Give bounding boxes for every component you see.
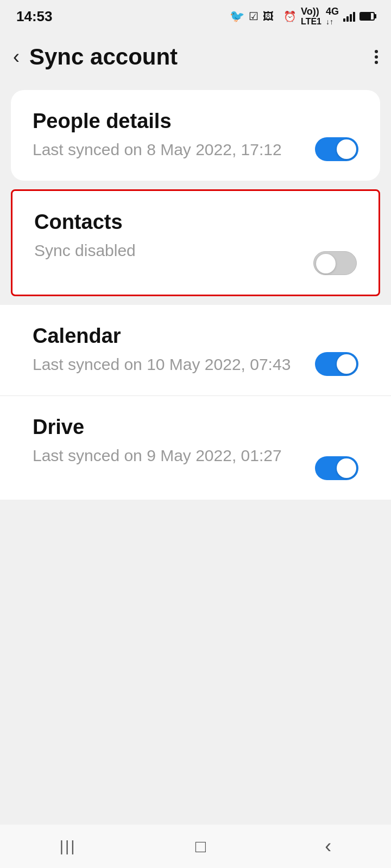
sync-item-subtitle: Last synced on 10 May 2022, 07:43 [33,353,358,376]
sync-item-title: People details [33,110,358,133]
status-bar: 14:53 🐦 ☑ 🖼 ⏰ Vo))LTE1 4G↓↑ [0,0,391,33]
content-area: People details Last synced on 8 May 2022… [0,90,391,554]
sync-item-subtitle: Last synced on 9 May 2022, 01:27 [33,444,358,467]
back-button[interactable]: ‹ [13,47,20,67]
back-nav-button[interactable]: ‹ [325,835,331,858]
toggle-contacts[interactable] [313,251,357,275]
sync-item-title: Drive [33,416,358,439]
volte-icon: Vo))LTE1 [301,7,321,26]
status-icons: 🐦 ☑ 🖼 ⏰ Vo))LTE1 4G↓↑ [230,7,375,26]
twitter-icon: 🐦 [230,9,244,23]
sync-item-title: Contacts [34,210,357,234]
navigation-bar: ||| □ ‹ [0,825,391,868]
home-button[interactable]: □ [195,837,206,857]
more-button[interactable] [375,50,378,64]
battery-icon [360,12,375,21]
sync-item-contacts[interactable]: Contacts Sync disabled [11,189,380,296]
sync-item-title: Calendar [33,324,358,348]
toggle-thumb [337,458,356,478]
toggle-calendar[interactable] [315,352,358,376]
image-icon: 🖼 [263,10,274,23]
dot3 [375,61,378,64]
signal-bars [343,11,355,22]
sync-item-drive[interactable]: Drive Last synced on 9 May 2022, 01:27 [0,396,391,500]
back-nav-icon: ‹ [325,835,331,858]
check-icon: ☑ [249,10,258,23]
page-title: Sync account [29,44,178,70]
alarm-icon: ⏰ [283,10,297,23]
toggle-drive[interactable] [315,456,358,480]
sync-item-people-details[interactable]: People details Last synced on 8 May 2022… [11,90,380,181]
sync-item-calendar[interactable]: Calendar Last synced on 10 May 2022, 07:… [0,305,391,396]
toggle-people-details[interactable] [315,137,358,161]
toggle-container [315,137,358,161]
toggle-container [315,456,358,480]
recents-icon: ||| [60,838,77,855]
toggle-thumb [337,354,356,374]
toggle-thumb [337,139,356,159]
4g-icon: 4G↓↑ [326,7,339,26]
toggle-thumb [316,254,336,273]
dot2 [375,55,378,59]
status-time: 14:53 [16,8,53,25]
flat-section: Calendar Last synced on 10 May 2022, 07:… [0,305,391,500]
sync-item-subtitle: Sync disabled [34,239,357,262]
top-navigation: ‹ Sync account [0,33,391,81]
dot1 [375,50,378,53]
toggle-container [313,251,357,275]
recents-button[interactable]: ||| [60,838,77,855]
toggle-container [315,352,358,376]
home-icon: □ [195,837,206,857]
sync-item-subtitle: Last synced on 8 May 2022, 17:12 [33,138,358,161]
